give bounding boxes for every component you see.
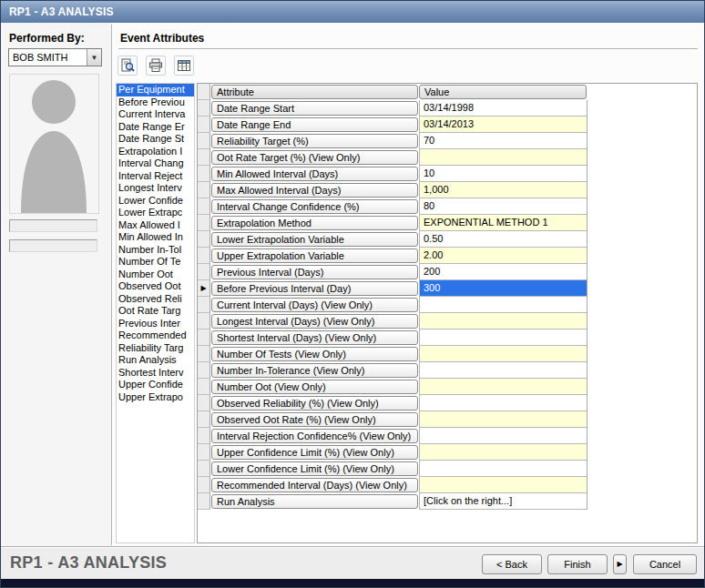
row-selector-cell[interactable] bbox=[198, 231, 210, 248]
list-item[interactable]: Lower Extrapc bbox=[117, 207, 194, 219]
row-selector-cell[interactable] bbox=[198, 297, 210, 313]
row-selector-cell[interactable] bbox=[198, 215, 210, 231]
list-item[interactable]: Date Range Er bbox=[117, 121, 194, 134]
row-selector-cell[interactable] bbox=[198, 362, 210, 379]
value-cell[interactable] bbox=[419, 477, 588, 493]
row-selector-cell[interactable] bbox=[198, 100, 210, 117]
attribute-cell[interactable]: Previous Interval (Days) bbox=[210, 264, 419, 280]
value-cell[interactable] bbox=[419, 329, 588, 346]
row-selector-cell[interactable] bbox=[198, 329, 210, 346]
attribute-cell[interactable]: Shortest Interval (Days) (View Only) bbox=[210, 329, 419, 346]
cancel-button[interactable]: Cancel bbox=[633, 554, 697, 574]
list-item[interactable]: Lower Confide bbox=[117, 195, 194, 208]
row-selector-cell[interactable] bbox=[198, 493, 210, 510]
list-item[interactable]: Shortest Interv bbox=[117, 367, 194, 380]
row-selector-cell[interactable] bbox=[198, 346, 210, 362]
value-cell[interactable] bbox=[419, 313, 588, 329]
list-item[interactable]: Longest Interv bbox=[117, 182, 194, 195]
back-button[interactable]: < Back bbox=[482, 554, 542, 574]
row-selector-cell[interactable] bbox=[198, 149, 210, 166]
list-item[interactable]: Interval Reject bbox=[117, 170, 194, 183]
list-item[interactable]: Extrapolation I bbox=[117, 146, 194, 158]
value-cell[interactable]: 300 bbox=[419, 280, 588, 297]
attribute-cell[interactable]: Interval Change Confidence (%) bbox=[210, 198, 419, 215]
row-selector-cell[interactable] bbox=[198, 117, 210, 133]
row-selector-cell[interactable] bbox=[198, 264, 210, 280]
value-cell[interactable]: 2.00 bbox=[419, 248, 588, 264]
list-item[interactable]: Observed Reli bbox=[117, 293, 194, 306]
attribute-column-header[interactable]: Attribute bbox=[210, 84, 419, 100]
grid-view-button[interactable] bbox=[174, 56, 194, 76]
attribute-cell[interactable]: Recommended Interval (Days) (View Only) bbox=[210, 477, 419, 493]
value-cell[interactable]: 70 bbox=[419, 133, 588, 149]
attribute-cell[interactable]: Upper Confidence Limit (%) (View Only) bbox=[210, 444, 419, 461]
value-cell[interactable]: 03/14/1998 bbox=[419, 100, 588, 117]
list-item[interactable]: Recommended bbox=[117, 329, 194, 342]
row-selector-cell[interactable] bbox=[198, 248, 210, 264]
value-cell[interactable] bbox=[419, 149, 588, 166]
attribute-cell[interactable]: Extrapolation Method bbox=[210, 215, 419, 231]
attribute-cell[interactable]: Interval Rejection Confidence% (View Onl… bbox=[210, 428, 419, 444]
list-item[interactable]: Number Of Te bbox=[117, 256, 194, 269]
attribute-cell[interactable]: Current Interval (Days) (View Only) bbox=[210, 297, 419, 313]
value-cell[interactable] bbox=[419, 444, 588, 461]
list-item[interactable]: Current Interva bbox=[117, 108, 194, 121]
attribute-cell[interactable]: Date Range End bbox=[210, 117, 419, 133]
row-selector-cell[interactable] bbox=[198, 133, 210, 149]
row-selector-cell[interactable] bbox=[198, 444, 210, 461]
list-item[interactable]: Interval Chang bbox=[117, 157, 194, 170]
list-item[interactable]: Date Range St bbox=[117, 133, 194, 146]
attribute-cell[interactable]: Min Allowed Interval (Days) bbox=[210, 166, 419, 182]
value-cell[interactable] bbox=[419, 346, 588, 362]
value-cell[interactable] bbox=[419, 411, 588, 428]
list-item[interactable]: Upper Confide bbox=[117, 379, 194, 391]
list-item[interactable]: Observed Oot bbox=[117, 280, 194, 293]
list-item[interactable]: Before Previou bbox=[117, 96, 194, 109]
value-cell[interactable]: 80 bbox=[419, 198, 588, 215]
value-cell[interactable]: 200 bbox=[419, 264, 588, 280]
value-cell[interactable] bbox=[419, 395, 588, 411]
attribute-cell[interactable]: Number In-Tolerance (View Only) bbox=[210, 362, 419, 379]
attribute-cell[interactable]: Observed Oot Rate (%) (View Only) bbox=[210, 411, 419, 428]
list-item[interactable]: Reliability Targ bbox=[117, 342, 194, 355]
list-item[interactable]: Min Allowed In bbox=[117, 231, 194, 244]
list-item[interactable]: Upper Extrapo bbox=[117, 391, 194, 404]
performed-by-dropdown[interactable]: BOB SMITH ▼ bbox=[8, 48, 102, 66]
row-selector-cell[interactable] bbox=[198, 198, 210, 215]
chevron-down-icon[interactable]: ▼ bbox=[87, 49, 101, 66]
value-cell[interactable] bbox=[419, 461, 588, 477]
attribute-cell[interactable]: Lower Extrapolation Variable bbox=[210, 231, 419, 248]
attribute-cell[interactable]: Number Of Tests (View Only) bbox=[210, 346, 419, 362]
print-button[interactable] bbox=[146, 56, 166, 76]
attribute-cell[interactable]: Reliability Target (%) bbox=[210, 133, 419, 149]
list-item[interactable]: Oot Rate Targ bbox=[117, 305, 194, 318]
row-selector-cell[interactable] bbox=[198, 461, 210, 477]
value-cell[interactable]: 1,000 bbox=[419, 182, 588, 198]
list-item[interactable]: Run Analysis bbox=[117, 354, 194, 367]
row-selector-cell[interactable] bbox=[198, 166, 210, 182]
attribute-cell[interactable]: Lower Confidence Limit (%) (View Only) bbox=[210, 461, 419, 477]
value-cell[interactable] bbox=[419, 297, 588, 313]
value-cell[interactable]: 0.50 bbox=[419, 231, 588, 248]
next-arrow-button[interactable]: ▶ bbox=[613, 554, 627, 574]
row-selector-cell[interactable] bbox=[198, 428, 210, 444]
attribute-cell[interactable]: Max Allowed Interval (Days) bbox=[210, 182, 419, 198]
value-cell[interactable]: [Click on the right...] bbox=[419, 493, 588, 510]
list-item[interactable]: Number Oot bbox=[117, 269, 194, 281]
attribute-cell[interactable]: Run Analysis bbox=[210, 493, 419, 510]
value-cell[interactable]: 03/14/2013 bbox=[419, 117, 588, 133]
row-selector-cell[interactable] bbox=[198, 395, 210, 411]
row-selector-cell[interactable] bbox=[198, 411, 210, 428]
attribute-cell[interactable]: Observed Reliability (%) (View Only) bbox=[210, 395, 419, 411]
attribute-cell[interactable]: Number Oot (View Only) bbox=[210, 379, 419, 395]
list-item[interactable]: Per Equipment bbox=[117, 84, 194, 96]
row-selector-cell[interactable] bbox=[198, 313, 210, 329]
list-item[interactable]: Number In-Tol bbox=[117, 244, 194, 257]
value-column-header[interactable]: Value bbox=[419, 84, 588, 100]
value-cell[interactable]: EXPONENTIAL METHOD 1 bbox=[419, 215, 588, 231]
list-item[interactable]: Previous Inter bbox=[117, 318, 194, 330]
list-item[interactable]: Max Allowed I bbox=[117, 219, 194, 232]
print-preview-button[interactable] bbox=[118, 56, 138, 76]
value-cell[interactable]: 10 bbox=[419, 166, 588, 182]
value-cell[interactable] bbox=[419, 362, 588, 379]
